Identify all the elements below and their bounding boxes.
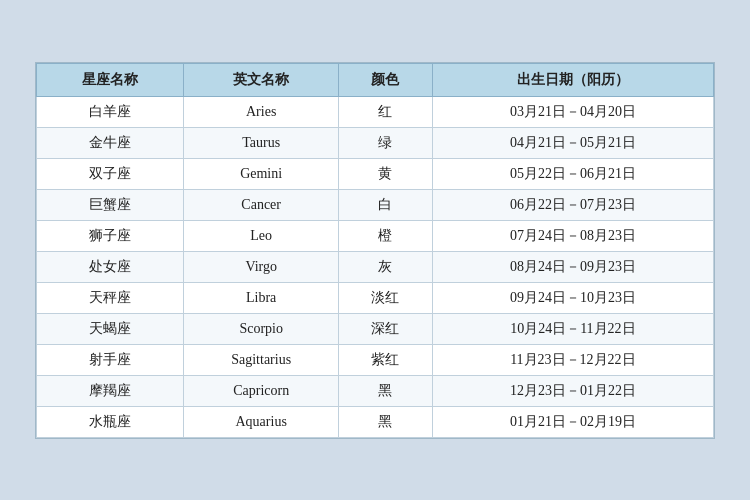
cell-5-1: Virgo xyxy=(184,251,339,282)
cell-7-1: Scorpio xyxy=(184,313,339,344)
cell-6-3: 09月24日－10月23日 xyxy=(432,282,713,313)
cell-5-3: 08月24日－09月23日 xyxy=(432,251,713,282)
cell-3-2: 白 xyxy=(339,189,433,220)
cell-9-0: 摩羯座 xyxy=(37,375,184,406)
table-row: 天蝎座Scorpio深红10月24日－11月22日 xyxy=(37,313,714,344)
cell-5-0: 处女座 xyxy=(37,251,184,282)
table-row: 金牛座Taurus绿04月21日－05月21日 xyxy=(37,127,714,158)
table-header-row: 星座名称英文名称颜色出生日期（阳历） xyxy=(37,63,714,96)
cell-4-1: Leo xyxy=(184,220,339,251)
cell-7-3: 10月24日－11月22日 xyxy=(432,313,713,344)
cell-3-1: Cancer xyxy=(184,189,339,220)
cell-0-2: 红 xyxy=(339,96,433,127)
cell-0-1: Aries xyxy=(184,96,339,127)
cell-6-2: 淡红 xyxy=(339,282,433,313)
table-row: 双子座Gemini黄05月22日－06月21日 xyxy=(37,158,714,189)
cell-10-2: 黑 xyxy=(339,406,433,437)
cell-2-3: 05月22日－06月21日 xyxy=(432,158,713,189)
cell-1-2: 绿 xyxy=(339,127,433,158)
cell-1-1: Taurus xyxy=(184,127,339,158)
cell-1-3: 04月21日－05月21日 xyxy=(432,127,713,158)
cell-2-2: 黄 xyxy=(339,158,433,189)
cell-6-0: 天秤座 xyxy=(37,282,184,313)
cell-4-2: 橙 xyxy=(339,220,433,251)
zodiac-table-container: 星座名称英文名称颜色出生日期（阳历） 白羊座Aries红03月21日－04月20… xyxy=(35,62,715,439)
table-row: 天秤座Libra淡红09月24日－10月23日 xyxy=(37,282,714,313)
cell-0-0: 白羊座 xyxy=(37,96,184,127)
cell-0-3: 03月21日－04月20日 xyxy=(432,96,713,127)
cell-6-1: Libra xyxy=(184,282,339,313)
cell-8-2: 紫红 xyxy=(339,344,433,375)
cell-8-0: 射手座 xyxy=(37,344,184,375)
header-col-0: 星座名称 xyxy=(37,63,184,96)
table-row: 狮子座Leo橙07月24日－08月23日 xyxy=(37,220,714,251)
header-col-2: 颜色 xyxy=(339,63,433,96)
cell-9-3: 12月23日－01月22日 xyxy=(432,375,713,406)
zodiac-table: 星座名称英文名称颜色出生日期（阳历） 白羊座Aries红03月21日－04月20… xyxy=(36,63,714,438)
cell-7-0: 天蝎座 xyxy=(37,313,184,344)
cell-3-0: 巨蟹座 xyxy=(37,189,184,220)
table-body: 白羊座Aries红03月21日－04月20日金牛座Taurus绿04月21日－0… xyxy=(37,96,714,437)
cell-4-3: 07月24日－08月23日 xyxy=(432,220,713,251)
cell-10-0: 水瓶座 xyxy=(37,406,184,437)
cell-1-0: 金牛座 xyxy=(37,127,184,158)
cell-7-2: 深红 xyxy=(339,313,433,344)
cell-10-3: 01月21日－02月19日 xyxy=(432,406,713,437)
cell-4-0: 狮子座 xyxy=(37,220,184,251)
cell-9-1: Capricorn xyxy=(184,375,339,406)
cell-2-1: Gemini xyxy=(184,158,339,189)
table-row: 巨蟹座Cancer白06月22日－07月23日 xyxy=(37,189,714,220)
cell-10-1: Aquarius xyxy=(184,406,339,437)
cell-2-0: 双子座 xyxy=(37,158,184,189)
cell-5-2: 灰 xyxy=(339,251,433,282)
header-col-3: 出生日期（阳历） xyxy=(432,63,713,96)
table-row: 射手座Sagittarius紫红11月23日－12月22日 xyxy=(37,344,714,375)
table-row: 白羊座Aries红03月21日－04月20日 xyxy=(37,96,714,127)
table-row: 处女座Virgo灰08月24日－09月23日 xyxy=(37,251,714,282)
cell-9-2: 黑 xyxy=(339,375,433,406)
cell-8-1: Sagittarius xyxy=(184,344,339,375)
cell-3-3: 06月22日－07月23日 xyxy=(432,189,713,220)
table-row: 摩羯座Capricorn黑12月23日－01月22日 xyxy=(37,375,714,406)
table-row: 水瓶座Aquarius黑01月21日－02月19日 xyxy=(37,406,714,437)
cell-8-3: 11月23日－12月22日 xyxy=(432,344,713,375)
header-col-1: 英文名称 xyxy=(184,63,339,96)
